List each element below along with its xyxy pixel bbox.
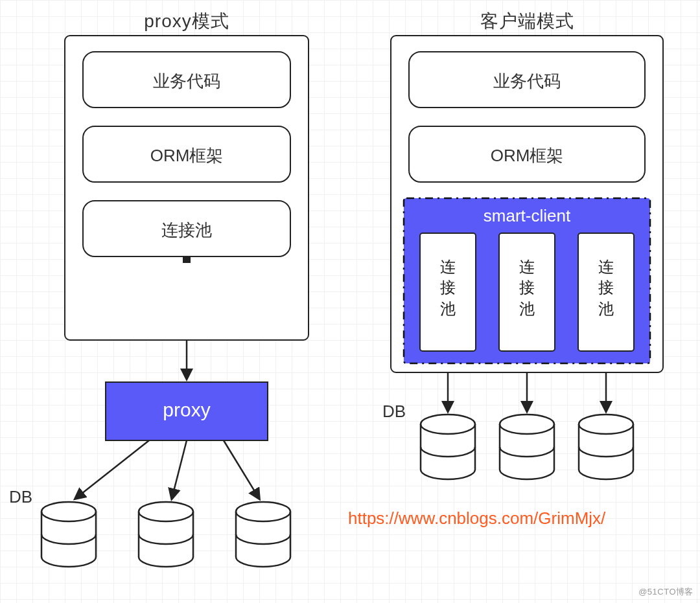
right-db-label: DB (382, 402, 406, 422)
right-pool-2: 连 接 池 (499, 256, 555, 319)
svg-line-7 (75, 440, 149, 499)
right-title: 客户端模式 (391, 9, 663, 34)
right-box-business: 业务代码 (409, 70, 645, 93)
source-url: https://www.cnblogs.com/GrimMjx/ (348, 508, 698, 529)
left-title: proxy模式 (65, 9, 309, 34)
proxy-box-label: proxy (106, 399, 268, 421)
left-box-pool: 连接池 (83, 219, 290, 242)
svg-rect-4 (183, 256, 191, 263)
watermark-text: @51CTO博客 (638, 586, 694, 598)
smart-client-label: smart-client (404, 206, 650, 226)
svg-line-8 (172, 440, 187, 499)
left-box-business: 业务代码 (83, 70, 290, 93)
right-pool-1: 连 接 池 (420, 256, 476, 319)
right-pool-3: 连 接 池 (578, 256, 634, 319)
left-db-label: DB (9, 487, 32, 507)
svg-line-9 (224, 440, 259, 499)
right-box-orm: ORM框架 (409, 144, 645, 167)
left-box-orm: ORM框架 (83, 144, 290, 167)
